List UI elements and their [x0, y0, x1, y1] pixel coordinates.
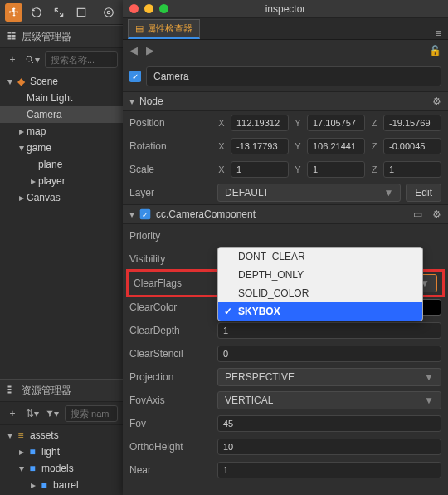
gear-icon[interactable]: ⚙ [432, 96, 441, 107]
caret-down-icon: ▾ [129, 96, 134, 107]
window-title: inspector [123, 3, 448, 15]
left-panel: 层级管理器 + ▾ ▾◆Scene Main Light Camera ▸map… [0, 0, 123, 495]
tree-item[interactable]: plane [0, 156, 123, 173]
filter-button[interactable]: ▾ [45, 406, 60, 421]
svg-point-3 [27, 56, 32, 61]
rotation-x-input[interactable] [231, 138, 289, 154]
tree-item[interactable]: Camera [0, 106, 123, 123]
lock-icon[interactable]: 🔓 [429, 45, 441, 56]
dropdown-option[interactable]: DEPTH_ONLY [218, 266, 422, 284]
fov-row: Fov [123, 412, 448, 435]
rotation-z-input[interactable] [383, 138, 441, 154]
caret-down-icon: ▾ [129, 208, 134, 220]
tree-item-assets-root[interactable]: ▾≡assets [0, 427, 123, 444]
near-input[interactable] [217, 462, 441, 478]
inspector-tab[interactable]: ▤ 属性检查器 [128, 19, 200, 39]
tree-item[interactable]: ▸Canvas [0, 189, 123, 206]
component-section-header[interactable]: ▾ ✓ cc.CameraComponent ▭ ⚙ [123, 204, 448, 224]
svg-point-1 [108, 11, 111, 14]
database-icon: ≡ [15, 429, 27, 441]
dropdown-option[interactable]: SOLID_COLOR [218, 284, 422, 302]
scale-y-input[interactable] [307, 161, 365, 178]
main-toolbar [0, 0, 123, 25]
scale-x-input[interactable] [231, 161, 289, 178]
scale-tool-button[interactable] [50, 3, 67, 22]
cleardepth-input[interactable] [217, 322, 441, 339]
history-nav: ◀ ▶ 🔓 [123, 40, 448, 61]
clearstencil-input[interactable] [217, 346, 441, 362]
layer-select[interactable]: DEFAULT▼ [217, 184, 401, 202]
folder-icon: ■ [38, 479, 50, 491]
folder-icon: ■ [27, 463, 38, 474]
svg-rect-0 [78, 8, 85, 16]
hierarchy-icon [7, 31, 17, 43]
orthoheight-row: OrthoHeight [123, 435, 448, 458]
rotation-y-input[interactable] [307, 138, 365, 154]
node-name-input[interactable] [146, 66, 441, 86]
sort-button[interactable]: ⇅▾ [25, 406, 40, 421]
assets-search-input[interactable] [65, 405, 118, 422]
help-icon[interactable]: ▭ [413, 208, 422, 220]
rect-tool-button[interactable] [73, 3, 90, 22]
hierarchy-panel-header: 层级管理器 [0, 25, 123, 48]
tree-item[interactable]: ▸map [0, 123, 123, 140]
orthoheight-input[interactable] [217, 439, 441, 455]
flame-icon: ◆ [15, 76, 27, 87]
tree-item[interactable]: ▸■barrel [0, 477, 123, 493]
gear-icon[interactable]: ⚙ [432, 208, 441, 220]
fov-input[interactable] [217, 415, 441, 432]
assets-title: 资源管理器 [22, 384, 71, 398]
dropdown-option[interactable]: DONT_CLEAR [218, 248, 422, 266]
rotate-tool-button[interactable] [27, 3, 45, 22]
chevron-down-icon: ▼ [424, 371, 434, 383]
assets-tree: ▾≡assets ▸■light ▾■models ▸■barrel [0, 425, 123, 495]
position-y-input[interactable] [307, 115, 365, 131]
node-section-header[interactable]: ▾ Node ⚙ [123, 91, 448, 111]
tab-bar: ▤ 属性检查器 ≡ [123, 18, 448, 40]
tree-item[interactable]: ▸■light [0, 444, 123, 460]
anchor-tool-button[interactable] [100, 3, 118, 22]
move-tool-button[interactable] [5, 3, 22, 22]
near-row: Near [123, 458, 448, 482]
hierarchy-tree: ▾◆Scene Main Light Camera ▸map ▾game pla… [0, 71, 123, 208]
list-icon: ▤ [135, 23, 144, 34]
edit-layer-button[interactable]: Edit [406, 184, 441, 202]
component-enabled-checkbox[interactable]: ✓ [140, 209, 151, 220]
layer-row: Layer DEFAULT▼ Edit [123, 181, 448, 204]
rotation-row: Rotation X Y Z [123, 135, 448, 158]
scale-row: Scale X Y Z [123, 158, 448, 181]
node-enabled-checkbox[interactable]: ✓ [129, 71, 141, 82]
hierarchy-title: 层级管理器 [22, 30, 71, 44]
tree-item[interactable]: ▾game [0, 140, 123, 156]
projection-row: Projection PERSPECTIVE▼ [123, 365, 448, 389]
tree-item-scene[interactable]: ▾◆Scene [0, 73, 123, 90]
position-z-input[interactable] [383, 115, 441, 131]
assets-panel: 资源管理器 + ⇅▾ ▾ ▾≡assets ▸■light ▾■models ▸… [0, 379, 123, 495]
fovaxis-row: FovAxis VERTICAL▼ [123, 389, 448, 412]
hierarchy-actions: + ▾ [0, 48, 123, 71]
tree-item[interactable]: Main Light [0, 90, 123, 106]
titlebar: inspector [123, 0, 448, 18]
chevron-down-icon: ▼ [383, 187, 393, 198]
assets-panel-header: 资源管理器 [0, 379, 123, 402]
cleardepth-row: ClearDepth [123, 319, 448, 342]
scale-z-input[interactable] [383, 161, 441, 178]
back-button[interactable]: ◀ [129, 44, 138, 56]
tree-item[interactable]: ▾■models [0, 460, 123, 477]
clearstencil-row: ClearStencil [123, 342, 448, 365]
position-row: Position X Y Z [123, 111, 448, 135]
projection-select[interactable]: PERSPECTIVE▼ [217, 368, 441, 386]
position-x-input[interactable] [231, 115, 289, 131]
forward-button[interactable]: ▶ [146, 44, 154, 56]
dropdown-option[interactable]: SKYBOX [218, 302, 422, 321]
priority-row: Priority [123, 224, 448, 248]
tree-item[interactable]: ▸player [0, 173, 123, 189]
hierarchy-search-input[interactable] [45, 51, 118, 68]
assets-actions: + ⇅▾ ▾ [0, 402, 123, 425]
search-mode-button[interactable]: ▾ [25, 52, 40, 67]
panel-menu-button[interactable]: ≡ [436, 27, 441, 39]
add-asset-button[interactable]: + [5, 406, 20, 421]
add-node-button[interactable]: + [5, 52, 20, 67]
fovaxis-select[interactable]: VERTICAL▼ [217, 391, 441, 409]
folder-icon: ■ [27, 446, 38, 458]
